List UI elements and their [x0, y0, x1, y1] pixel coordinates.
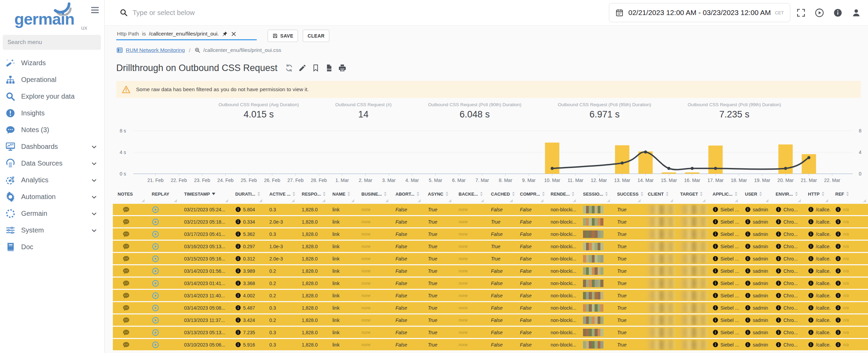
- session-activity-strip[interactable]: [583, 304, 603, 312]
- info-icon[interactable]: [745, 231, 751, 237]
- info-icon[interactable]: [808, 268, 814, 274]
- session-activity-strip[interactable]: [583, 243, 603, 250]
- column-filter-backend[interactable]: [454, 198, 486, 204]
- info-icon[interactable]: [745, 305, 751, 311]
- info-icon[interactable]: [235, 317, 241, 323]
- note-comment-icon[interactable]: [122, 304, 130, 312]
- info-icon[interactable]: [776, 317, 781, 323]
- column-filter-ref[interactable]: [830, 198, 868, 204]
- replay-play-icon[interactable]: [152, 304, 159, 312]
- info-icon[interactable]: [808, 329, 814, 335]
- info-icon[interactable]: [745, 256, 751, 262]
- session-activity-strip[interactable]: [583, 316, 603, 324]
- sidebar-item-insights[interactable]: Insights: [0, 105, 104, 122]
- table-row[interactable]: 03/21/2023 05:18...0.3342.0e-31,828.0lin…: [113, 216, 868, 227]
- sidebar-item-wizards[interactable]: Wizards: [0, 55, 104, 71]
- info-icon[interactable]: [745, 243, 751, 249]
- info-icon[interactable]: [235, 256, 241, 262]
- column-header-business[interactable]: BUSINE...: [357, 189, 391, 198]
- play-circle-icon[interactable]: [815, 8, 824, 17]
- user-icon[interactable]: [852, 8, 861, 17]
- replay-play-icon[interactable]: [152, 292, 159, 299]
- replay-play-icon[interactable]: [152, 280, 159, 287]
- info-icon[interactable]: [713, 231, 718, 237]
- column-header-user[interactable]: USER: [740, 189, 771, 198]
- note-comment-icon[interactable]: [122, 267, 130, 275]
- column-header-ref[interactable]: REF: [830, 189, 868, 198]
- note-comment-icon[interactable]: [122, 292, 130, 299]
- info-icon[interactable]: [745, 280, 751, 286]
- info-icon[interactable]: [235, 207, 241, 212]
- info-icon[interactable]: [713, 280, 718, 286]
- session-activity-strip[interactable]: [583, 218, 603, 226]
- replay-play-icon[interactable]: [152, 243, 159, 250]
- breadcrumb-parent-link[interactable]: RUM Network Monitoring: [126, 47, 185, 53]
- info-icon[interactable]: [835, 256, 841, 262]
- info-icon[interactable]: [745, 329, 751, 335]
- column-filter-replay[interactable]: [147, 198, 179, 204]
- info-icon[interactable]: [835, 317, 841, 323]
- info-icon[interactable]: [776, 207, 781, 212]
- info-icon[interactable]: [808, 256, 814, 262]
- csv-export-icon[interactable]: CSV: [325, 64, 333, 72]
- info-icon[interactable]: [713, 256, 718, 262]
- pin-icon[interactable]: [222, 31, 228, 37]
- info-icon[interactable]: [835, 243, 841, 249]
- info-icon[interactable]: [235, 231, 241, 237]
- column-header-application[interactable]: APPLIC...: [708, 189, 740, 198]
- session-activity-strip[interactable]: [583, 280, 603, 287]
- session-activity-strip[interactable]: [583, 292, 603, 299]
- column-header-backend[interactable]: BACKE...: [454, 189, 486, 198]
- sidebar-item-explore-your-data[interactable]: Explore your data: [0, 88, 104, 105]
- info-icon[interactable]: [713, 243, 718, 249]
- info-icon[interactable]: [713, 329, 718, 335]
- column-filter-compressed[interactable]: [515, 198, 546, 204]
- table-row[interactable]: 03/21/2023 05:24...5.8040.31,828.0linkno…: [113, 204, 868, 215]
- session-activity-strip[interactable]: [583, 267, 603, 275]
- note-comment-icon[interactable]: [122, 206, 130, 213]
- info-icon[interactable]: [776, 293, 781, 298]
- column-filter-render[interactable]: [546, 198, 578, 204]
- replay-play-icon[interactable]: [152, 267, 159, 275]
- info-icon[interactable]: [745, 293, 751, 298]
- info-icon[interactable]: [235, 243, 241, 249]
- table-row[interactable]: 03/14/2023 11:40...4.0020.21,828.0linkno…: [113, 290, 868, 301]
- print-icon[interactable]: [338, 64, 346, 72]
- info-icon[interactable]: [835, 342, 841, 348]
- column-filter-target[interactable]: [675, 198, 708, 204]
- info-icon[interactable]: [808, 207, 814, 212]
- column-filter-async[interactable]: [423, 198, 454, 204]
- column-filter-client[interactable]: [643, 198, 675, 204]
- column-header-timestamp[interactable]: TIMESTAMP: [179, 189, 230, 198]
- info-icon[interactable]: [776, 243, 781, 249]
- note-comment-icon[interactable]: [122, 230, 130, 238]
- info-icon[interactable]: [808, 243, 814, 249]
- column-filter-duration[interactable]: [230, 198, 265, 204]
- column-header-session[interactable]: SESSIO...: [578, 189, 612, 198]
- sidebar-item-system[interactable]: System: [0, 222, 104, 239]
- info-icon[interactable]: [713, 268, 718, 274]
- replay-play-icon[interactable]: [152, 341, 159, 349]
- save-button[interactable]: SAVE: [268, 30, 298, 42]
- info-icon[interactable]: [745, 268, 751, 274]
- bookmark-icon[interactable]: [312, 64, 320, 72]
- info-icon[interactable]: [808, 317, 814, 323]
- column-filter-notes[interactable]: [113, 198, 147, 204]
- sidebar-item-data-sources[interactable]: Data Sources: [0, 155, 104, 172]
- info-icon[interactable]: [835, 231, 841, 237]
- column-filter-session[interactable]: [578, 198, 612, 204]
- info-icon[interactable]: [235, 305, 241, 311]
- column-filter-application[interactable]: [708, 198, 740, 204]
- session-activity-strip[interactable]: [583, 341, 603, 349]
- info-icon[interactable]: [235, 293, 241, 298]
- info-icon[interactable]: [835, 305, 841, 311]
- column-filter-abort[interactable]: [391, 198, 423, 204]
- info-icon[interactable]: [713, 342, 718, 348]
- info-icon[interactable]: [745, 342, 751, 348]
- column-header-compressed[interactable]: COMPR...: [515, 189, 546, 198]
- info-icon[interactable]: [745, 219, 751, 225]
- info-icon[interactable]: [835, 293, 841, 298]
- info-icon[interactable]: [835, 268, 841, 274]
- info-icon[interactable]: [776, 329, 781, 335]
- info-icon[interactable]: [235, 268, 241, 274]
